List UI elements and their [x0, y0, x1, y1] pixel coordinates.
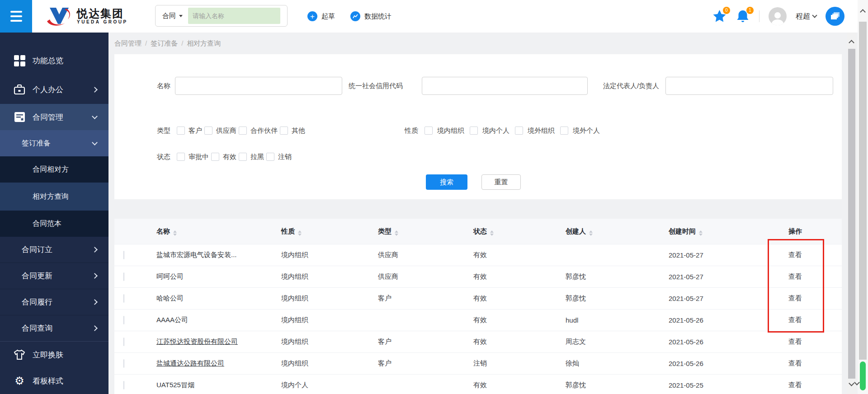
scroll-up-icon[interactable]: [849, 40, 854, 46]
search-input[interactable]: [188, 8, 280, 24]
view-link[interactable]: 查看: [788, 251, 842, 259]
checkbox[interactable]: [177, 153, 185, 161]
column-header-status[interactable]: 状态: [473, 227, 566, 236]
cell-name[interactable]: 江苏悦达投资股份有限公司: [156, 338, 281, 346]
draft-button[interactable]: + 起草: [307, 0, 335, 33]
checkbox[interactable]: [515, 127, 523, 135]
sidebar-item-counterparty-query[interactable]: 相对方查询: [0, 183, 108, 211]
inner-scrollbar-thumb[interactable]: [848, 49, 855, 379]
cell-name[interactable]: 盐城通达公路有限公司: [156, 359, 281, 368]
cell-type: 客户: [378, 338, 473, 346]
row-checkbox[interactable]: [123, 359, 124, 368]
checkbox[interactable]: [211, 153, 219, 161]
breadcrumb-item[interactable]: 签订准备: [151, 39, 178, 47]
cell-created: 2021-05-27: [669, 251, 788, 259]
page-scrollbar[interactable]: [858, 0, 868, 394]
credit-code-field[interactable]: [422, 77, 588, 95]
checkbox[interactable]: [470, 127, 478, 135]
sidebar-item-counterparty[interactable]: 合同相对方: [0, 156, 108, 183]
cell-creator: 徐灿: [566, 359, 669, 368]
multi-window-button[interactable]: [826, 7, 844, 26]
view-link[interactable]: 查看: [788, 272, 842, 281]
sidebar-item-signing-preparation[interactable]: 签订准备: [0, 130, 108, 156]
reset-button[interactable]: 重置: [481, 174, 521, 190]
checkbox[interactable]: [280, 127, 288, 135]
inner-scrollbar[interactable]: [847, 33, 856, 394]
legal-rep-field[interactable]: [665, 77, 833, 95]
cell-name[interactable]: UAT525冒烟: [156, 381, 281, 389]
row-checkbox[interactable]: [123, 251, 124, 259]
table-row: AAAA公司 境内组织 有效 hudl 2021-05-26 查看: [114, 309, 842, 331]
row-checkbox[interactable]: [123, 316, 124, 324]
search-category-dropdown[interactable]: 合同: [156, 12, 188, 20]
view-link[interactable]: 查看: [788, 338, 842, 346]
sidebar-item-contract-management[interactable]: 合同管理: [0, 104, 108, 130]
page-scrollbar-thumb[interactable]: [859, 22, 867, 360]
view-link[interactable]: 查看: [788, 316, 842, 324]
checkbox[interactable]: [177, 127, 185, 135]
view-link[interactable]: 查看: [788, 359, 842, 368]
sidebar-item-contract-query[interactable]: 合同查询: [0, 315, 108, 342]
sidebar-item-personal-office[interactable]: 个人办公: [0, 75, 108, 104]
cell-name[interactable]: 盐城市宏源电气设备安装...: [156, 251, 281, 259]
sidebar-item-contract-performance[interactable]: 合同履行: [0, 289, 108, 315]
checkbox[interactable]: [239, 153, 247, 161]
sidebar-item-contract-template[interactable]: 合同范本: [0, 211, 108, 237]
checkbox[interactable]: [239, 127, 247, 135]
user-menu[interactable]: 程超: [796, 12, 816, 21]
divider: [759, 10, 760, 22]
type-option: 客户: [177, 127, 202, 135]
menu-toggle-button[interactable]: [0, 0, 32, 33]
column-header-nature[interactable]: 性质: [281, 227, 378, 236]
search-button[interactable]: 搜索: [426, 174, 467, 190]
sidebar-item-overview[interactable]: 功能总览: [0, 46, 108, 75]
name-field[interactable]: [175, 77, 342, 95]
checkbox[interactable]: [425, 127, 433, 135]
cell-status: 注销: [473, 359, 566, 368]
checkbox[interactable]: [266, 153, 274, 161]
person-icon: [769, 10, 786, 25]
notifications-badge: 1: [746, 7, 754, 14]
notifications-button[interactable]: 1: [736, 9, 750, 23]
nature-label: 性质: [405, 127, 425, 135]
avatar[interactable]: [769, 7, 787, 25]
scroll-up-icon[interactable]: [860, 9, 866, 15]
cell-creator: 郭彦忱: [566, 272, 669, 281]
row-checkbox[interactable]: [123, 338, 124, 346]
favorites-button[interactable]: 0: [712, 9, 726, 23]
column-header-name[interactable]: 名称: [156, 227, 281, 236]
cell-status: 有效: [473, 316, 566, 324]
checkbox[interactable]: [204, 127, 212, 135]
logo-mark: [45, 6, 73, 27]
row-checkbox[interactable]: [123, 294, 124, 303]
cell-name[interactable]: AAAA公司: [156, 316, 281, 324]
row-checkbox[interactable]: [123, 272, 124, 281]
sidebar-item-contract-conclusion[interactable]: 合同订立: [0, 237, 108, 263]
chevron-down-icon: [92, 113, 98, 119]
column-header-created[interactable]: 创建时间: [669, 227, 788, 236]
view-link[interactable]: 查看: [788, 381, 842, 389]
hamburger-icon: [10, 11, 22, 13]
sidebar-item-change-skin[interactable]: 立即换肤: [0, 342, 108, 368]
nature-option: 境内组织: [425, 127, 464, 135]
chevron-down-icon: [92, 140, 98, 145]
scroll-down-icon[interactable]: [849, 380, 854, 386]
layers-icon: [830, 12, 840, 21]
cell-status: 有效: [473, 294, 566, 303]
sidebar-item-board-style[interactable]: ⚙ 看板样式: [0, 368, 108, 394]
sidebar-item-contract-update[interactable]: 合同更新: [0, 263, 108, 289]
cell-type: 供应商: [378, 272, 473, 281]
table-row: UAT525冒烟 境内个人 有效 郭彦忱 2021-05-25 查看: [114, 374, 842, 394]
checkbox[interactable]: [560, 127, 568, 135]
cell-name[interactable]: 呵呵公司: [156, 272, 281, 281]
statistics-button[interactable]: 数据统计: [350, 0, 392, 33]
view-link[interactable]: 查看: [788, 294, 842, 303]
chart-icon: [350, 11, 360, 21]
column-header-type[interactable]: 类型: [378, 227, 473, 236]
row-checkbox[interactable]: [123, 381, 124, 389]
breadcrumb-item[interactable]: 合同管理: [114, 39, 142, 47]
column-header-creator[interactable]: 创建人: [566, 227, 669, 236]
app-header: 悦达集团 YUEDA GROUP 合同 + 起草 数据统计: [0, 0, 868, 33]
type-option: 其他: [280, 127, 305, 135]
cell-name[interactable]: 哈哈公司: [156, 294, 281, 303]
